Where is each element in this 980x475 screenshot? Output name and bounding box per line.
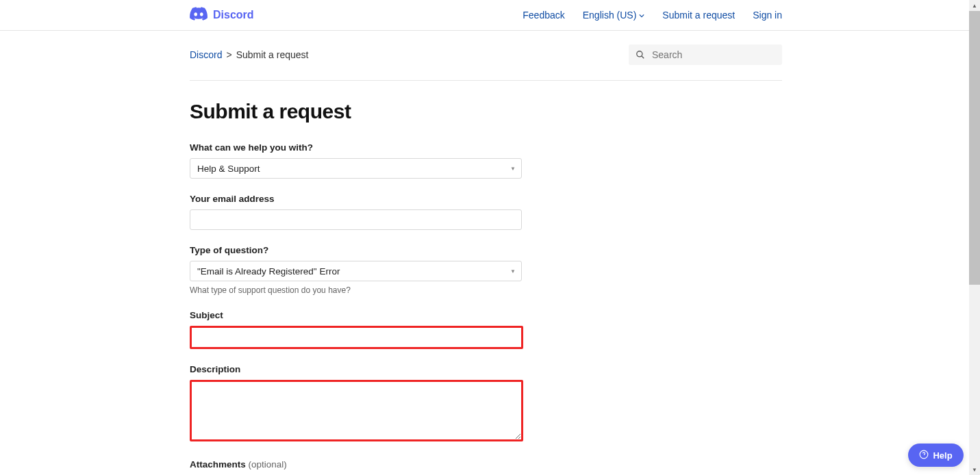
select-caret-icon: ▼ bbox=[510, 268, 516, 274]
brand-logo[interactable]: Discord bbox=[190, 7, 254, 23]
form-group-help-with: What can we help you with? Help & Suppor… bbox=[190, 142, 522, 179]
breadcrumb-current: Submit a request bbox=[236, 49, 309, 60]
subject-input[interactable] bbox=[190, 326, 523, 349]
help-with-select[interactable]: Help & Support ▼ bbox=[190, 158, 522, 179]
scrollbar-down-arrow-icon[interactable]: ▼ bbox=[969, 464, 980, 475]
breadcrumb: Discord > Submit a request bbox=[190, 49, 309, 60]
nav-language-selector[interactable]: English (US) bbox=[583, 10, 645, 21]
nav-links: Feedback English (US) Submit a request S… bbox=[523, 10, 782, 21]
header: Discord Feedback English (US) Submit a r… bbox=[0, 0, 972, 31]
email-label: Your email address bbox=[190, 194, 522, 204]
nav-sign-in[interactable]: Sign in bbox=[753, 10, 782, 21]
email-input[interactable] bbox=[190, 209, 522, 230]
search-box bbox=[629, 44, 782, 65]
page-title: Submit a request bbox=[190, 100, 782, 123]
scrollbar-thumb[interactable] bbox=[969, 11, 980, 285]
form-group-attachments: Attachments (optional) Add file or drop … bbox=[190, 459, 522, 475]
form-group-subject: Subject bbox=[190, 310, 522, 349]
nav-submit-request[interactable]: Submit a request bbox=[662, 10, 735, 21]
scrollbar-up-arrow-icon[interactable]: ▲ bbox=[969, 0, 980, 11]
question-type-select[interactable]: "Email is Already Registered" Error ▼ bbox=[190, 261, 522, 281]
subject-label: Subject bbox=[190, 310, 522, 320]
question-type-hint: What type of support question do you hav… bbox=[190, 285, 522, 295]
search-input[interactable] bbox=[629, 44, 782, 65]
description-label: Description bbox=[190, 364, 522, 374]
help-with-value: Help & Support bbox=[197, 164, 260, 174]
brand-name: Discord bbox=[213, 9, 254, 21]
discord-logo-icon bbox=[190, 7, 208, 23]
select-caret-icon: ▼ bbox=[510, 166, 516, 172]
nav-feedback[interactable]: Feedback bbox=[523, 10, 564, 21]
help-with-label: What can we help you with? bbox=[190, 142, 522, 153]
chevron-down-icon bbox=[639, 10, 644, 21]
breadcrumb-root[interactable]: Discord bbox=[190, 49, 222, 60]
help-widget-button[interactable]: Help bbox=[908, 444, 964, 467]
form-group-description: Description bbox=[190, 364, 522, 444]
attachments-label: Attachments (optional) bbox=[190, 459, 522, 470]
help-widget-label: Help bbox=[933, 450, 952, 461]
svg-line-1 bbox=[642, 56, 644, 59]
help-icon bbox=[919, 450, 929, 461]
form-group-email: Your email address bbox=[190, 194, 522, 230]
breadcrumb-row: Discord > Submit a request bbox=[190, 44, 782, 81]
svg-point-0 bbox=[637, 51, 642, 57]
description-textarea[interactable] bbox=[190, 380, 523, 441]
question-type-value: "Email is Already Registered" Error bbox=[197, 266, 340, 277]
nav-language-label: English (US) bbox=[583, 10, 637, 21]
form-group-question-type: Type of question? "Email is Already Regi… bbox=[190, 245, 522, 295]
breadcrumb-separator: > bbox=[226, 49, 231, 60]
question-type-label: Type of question? bbox=[190, 245, 522, 255]
scrollbar[interactable]: ▲ ▼ bbox=[969, 0, 980, 475]
